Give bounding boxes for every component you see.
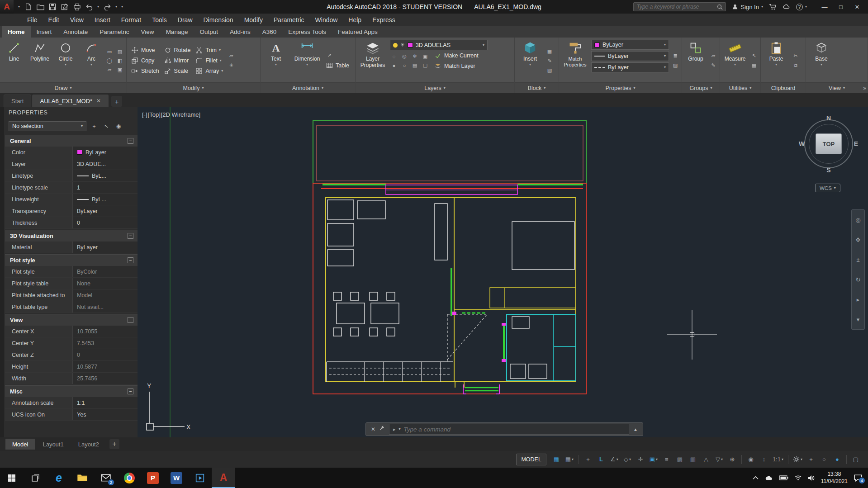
annotation-visibility-toggle[interactable]: ◉ — [745, 454, 757, 465]
undo-chevron-icon[interactable]: ▾ — [97, 5, 99, 9]
property-row-material[interactable]: Material ByLayer — [5, 242, 138, 253]
plot-printer-icon[interactable] — [73, 3, 81, 11]
layout-tab-layout1[interactable]: Layout1 — [36, 439, 70, 450]
hatch-tool-icon[interactable]: ▨ — [116, 48, 124, 55]
quick-calc-icon[interactable]: ▦ — [750, 62, 758, 69]
property-row-linetype-scale[interactable]: Linetype scale 1 — [5, 182, 138, 194]
orbit-icon[interactable]: ↻ — [856, 276, 861, 283]
layer-properties-button[interactable]: Layer Properties — [358, 39, 388, 82]
onedrive-cloud-icon[interactable] — [764, 474, 773, 481]
close-icon[interactable]: ✕ — [371, 426, 375, 432]
isolate-objects-button[interactable]: ○ — [818, 454, 830, 465]
property-row-linetype[interactable]: Linetype ByL... — [5, 170, 138, 182]
compass-west[interactable]: W — [799, 140, 805, 147]
ribbon-tab-manage[interactable]: Manage — [160, 26, 194, 38]
dynamic-input-toggle[interactable]: ＋ — [582, 454, 594, 465]
property-row-plot-style[interactable]: Plot style ByColor — [5, 266, 138, 278]
compass-east[interactable]: E — [854, 140, 858, 147]
clipboard-panel-label[interactable]: Clipboard — [761, 82, 806, 93]
volume-icon[interactable] — [808, 475, 815, 481]
property-row-lineweight[interactable]: Lineweight ByL... — [5, 194, 138, 205]
autoscale-toggle[interactable]: ↕ — [758, 454, 770, 465]
panel-overflow-icon[interactable]: » — [863, 85, 866, 91]
paste-button[interactable]: Paste ▾ — [763, 39, 789, 82]
command-input[interactable] — [404, 426, 625, 433]
help-search-input[interactable] — [636, 4, 715, 10]
base-button[interactable]: Base ▾ — [808, 39, 835, 82]
maximize-button[interactable]: □ — [833, 0, 849, 14]
viewport-minimize-control[interactable]: [-] — [142, 111, 147, 118]
annotation-panel-label[interactable]: Annotation▾ — [261, 82, 355, 93]
taskbar-chrome[interactable] — [118, 468, 141, 488]
layers-panel-label[interactable]: Layers▾ — [356, 82, 514, 93]
viewcube[interactable]: N W E S TOP — [801, 116, 857, 172]
viewport-view-control[interactable]: [Top] — [148, 111, 161, 118]
selection-cycling-toggle[interactable]: ▥ — [687, 454, 699, 465]
property-row-plot-table-attached[interactable]: Plot table attached to Model — [5, 289, 138, 301]
measure-button[interactable]: Measure ▾ — [722, 39, 748, 82]
mirror-button[interactable]: Mirror — [162, 56, 193, 65]
ribbon-tab-a360[interactable]: A360 — [256, 26, 283, 38]
make-current-button[interactable]: Make Current — [434, 52, 479, 60]
edit-attributes-icon[interactable]: ▧ — [545, 66, 554, 74]
copy-button[interactable]: Copy — [129, 56, 161, 65]
minimize-button[interactable]: — — [816, 0, 833, 14]
groups-panel-label[interactable]: Groups▾ — [682, 82, 720, 93]
taskbar-word[interactable]: W — [165, 468, 188, 488]
taskbar-clock[interactable]: 13:38 11/04/2021 — [821, 471, 848, 485]
menu-parametric[interactable]: Parametric — [268, 14, 310, 26]
open-folder-icon[interactable] — [36, 3, 44, 11]
ungroup-icon[interactable]: ▱ — [709, 52, 717, 60]
match-properties-button[interactable]: Match Properties — [561, 39, 589, 82]
menu-insert[interactable]: Insert — [89, 14, 116, 26]
command-history-expand-icon[interactable]: ▲ — [629, 427, 642, 432]
redo-icon[interactable] — [103, 3, 111, 11]
collapse-icon[interactable]: − — [128, 257, 133, 263]
ribbon-tab-featured-apps[interactable]: Featured Apps — [332, 26, 384, 38]
annotation-monitor-toggle[interactable]: + — [805, 454, 817, 465]
property-row-center-x[interactable]: Center X 10.7055 — [5, 326, 138, 337]
arc-button[interactable]: Arc ▾ — [80, 39, 103, 82]
dimension-button[interactable]: Dimension ▾ — [291, 39, 323, 82]
command-input-field[interactable]: ▸ ▾ — [389, 424, 629, 435]
taskbar-movies-tv[interactable] — [188, 468, 212, 488]
start-button[interactable] — [0, 468, 24, 488]
section-general[interactable]: General − — [5, 135, 138, 147]
taskbar-edge[interactable]: e — [47, 468, 71, 488]
rotate-button[interactable]: Rotate — [162, 46, 193, 55]
pan-icon[interactable]: ✥ — [856, 237, 861, 243]
transparency-toggle[interactable]: ▨ — [674, 454, 686, 465]
draw-panel-label[interactable]: Draw▾ — [0, 82, 126, 93]
section-misc[interactable]: Misc − — [5, 385, 138, 397]
help-search-box[interactable] — [633, 2, 726, 11]
table-button[interactable]: Table — [325, 62, 349, 70]
line-button[interactable]: Line — [2, 39, 26, 82]
new-layout-button[interactable]: + — [109, 439, 119, 449]
text-button[interactable]: A Text ▾ — [263, 39, 289, 82]
action-center-button[interactable]: 4 — [854, 474, 863, 482]
list-tool-icon[interactable]: ≣ — [671, 52, 679, 60]
battery-icon[interactable] — [779, 475, 788, 480]
property-row-ucs-icon-on[interactable]: UCS icon On Yes — [5, 409, 138, 421]
erase-tool-icon[interactable]: ▱ — [227, 52, 235, 60]
section-3d-visualization[interactable]: 3D Visualization − — [5, 230, 138, 242]
new-file-icon[interactable] — [24, 3, 32, 11]
tray-chevron-up-icon[interactable] — [753, 476, 759, 480]
boundary-tool-icon[interactable]: ▱ — [105, 66, 114, 73]
snap-mode-toggle[interactable]: ▦▾ — [564, 454, 575, 465]
property-row-height[interactable]: Height 10.5877 — [5, 361, 138, 373]
ribbon-tab-home[interactable]: Home — [2, 26, 31, 38]
section-view[interactable]: View − — [5, 314, 138, 326]
grid-display-toggle[interactable]: ▦ — [550, 454, 562, 465]
app-store-cart-icon[interactable] — [769, 4, 777, 10]
layer-off-icon[interactable]: ◌ — [390, 53, 398, 60]
annotation-scale-button[interactable]: 1:1▾ — [771, 454, 785, 465]
dynamic-ucs-toggle[interactable]: △ — [700, 454, 712, 465]
ribbon-tab-output[interactable]: Output — [194, 26, 224, 38]
autocad-logo-icon[interactable]: A — [0, 0, 14, 14]
drawing-canvas[interactable]: Y X [-] [Top] [2D Wireframe] N — [138, 107, 868, 437]
layer-isolate-icon[interactable]: ◎ — [400, 53, 408, 60]
menu-express[interactable]: Express — [367, 14, 401, 26]
isometric-drafting-toggle[interactable]: ◇▾ — [621, 454, 633, 465]
gradient-tool-icon[interactable]: ◧ — [116, 57, 124, 64]
